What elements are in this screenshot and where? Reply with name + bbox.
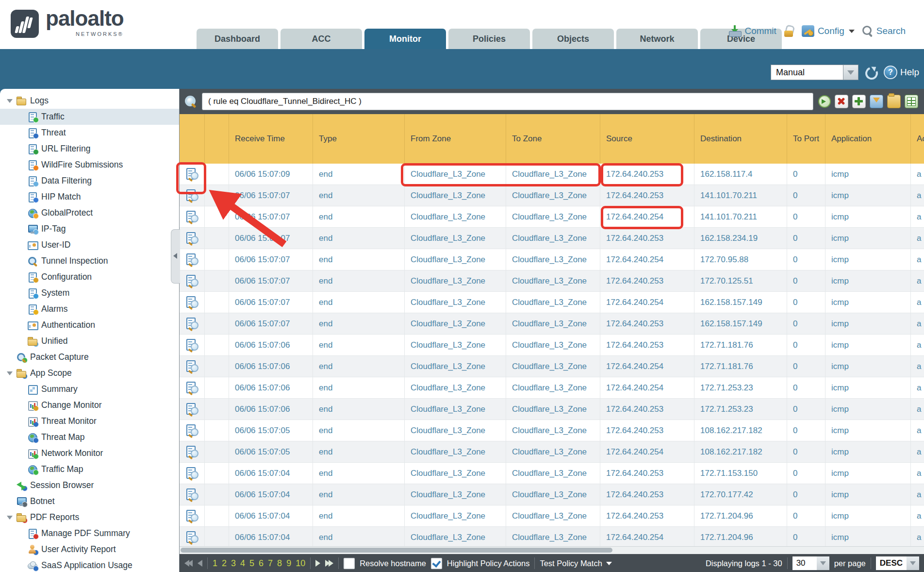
column-header-application[interactable]: Application [825, 114, 910, 164]
log-detail-icon[interactable] [186, 403, 198, 416]
cell-destination[interactable]: 141.101.70.211 [694, 206, 787, 228]
export-logs-button[interactable] [905, 95, 918, 108]
lock-icon[interactable] [784, 25, 794, 37]
cell-to-zone[interactable]: Cloudflare_L3_Zone [506, 505, 600, 527]
sidebar-item-url-filtering[interactable]: URL Filtering [0, 141, 179, 157]
table-row[interactable]: 06/06 15:07:07endCloudflare_L3_ZoneCloud… [180, 206, 924, 228]
page-number-1[interactable]: 1 [213, 558, 217, 569]
sidebar-item-threat-map[interactable]: Threat Map [0, 429, 179, 445]
per-page-select[interactable]: 30 [792, 556, 829, 570]
cell-from-zone[interactable]: Cloudflare_L3_Zone [404, 185, 506, 206]
cell-destination[interactable]: 141.101.70.211 [694, 185, 787, 206]
log-detail-icon[interactable] [186, 531, 198, 544]
log-detail-icon[interactable] [186, 424, 198, 437]
sidebar-item-ip-tag[interactable]: IP-Tag [0, 221, 179, 237]
cell-source[interactable]: 172.64.240.254 [600, 356, 694, 377]
sidebar-item-alarms[interactable]: Alarms [0, 301, 179, 317]
log-detail-icon[interactable] [186, 445, 198, 459]
cell-destination[interactable]: 108.162.217.182 [694, 420, 787, 441]
log-detail-icon[interactable] [186, 381, 198, 395]
log-detail-icon[interactable] [186, 253, 198, 267]
table-row[interactable]: 06/06 15:07:07endCloudflare_L3_ZoneCloud… [180, 228, 924, 249]
cell-destination[interactable]: 172.71.253.23 [694, 399, 787, 420]
column-header-destination[interactable]: Destination [694, 114, 787, 164]
cell-from-zone[interactable]: Cloudflare_L3_Zone [404, 527, 506, 546]
cell-source[interactable]: 172.64.240.253 [600, 484, 694, 505]
sidebar-item-data-filtering[interactable]: Data Filtering [0, 173, 179, 189]
cell-source[interactable]: 172.64.240.253 [600, 335, 694, 356]
tab-dashboard[interactable]: Dashboard [197, 29, 278, 49]
cell-from-zone[interactable]: Cloudflare_L3_Zone [404, 441, 506, 463]
cell-to-zone[interactable]: Cloudflare_L3_Zone [506, 356, 600, 377]
cell-source[interactable]: 172.64.240.253 [600, 313, 694, 335]
cell-application[interactable]: icmp [825, 185, 910, 206]
cell-source[interactable]: 172.64.240.254 [600, 292, 694, 313]
cell-application[interactable]: icmp [825, 377, 910, 399]
scrollbar-thumb[interactable] [181, 548, 612, 553]
page-number-7[interactable]: 7 [268, 558, 273, 569]
cell-from-zone[interactable]: Cloudflare_L3_Zone [404, 335, 506, 356]
cell-source[interactable]: 172.64.240.254 [600, 441, 694, 463]
cell-to-zone[interactable]: Cloudflare_L3_Zone [506, 270, 600, 292]
per-page-dropdown-button[interactable] [817, 556, 829, 570]
expand-triangle-icon[interactable] [7, 371, 13, 375]
cell-to-zone[interactable]: Cloudflare_L3_Zone [506, 399, 600, 420]
cell-from-zone[interactable]: Cloudflare_L3_Zone [404, 420, 506, 441]
cell-source[interactable]: 172.64.240.253 [600, 420, 694, 441]
cell-from-zone[interactable]: Cloudflare_L3_Zone [404, 377, 506, 399]
log-detail-icon[interactable] [186, 467, 198, 480]
sidebar-item-summary[interactable]: Summary [0, 381, 179, 397]
cell-destination[interactable]: 172.70.95.88 [694, 249, 787, 270]
cell-destination[interactable]: 162.158.157.149 [694, 292, 787, 313]
sidebar-item-globalprotect[interactable]: GlobalProtect [0, 205, 179, 221]
table-row[interactable]: 06/06 15:07:06endCloudflare_L3_ZoneCloud… [180, 335, 924, 356]
cell-source[interactable]: 172.64.240.253 [600, 185, 694, 206]
search-button[interactable]: Search [862, 26, 906, 36]
cell-application[interactable]: icmp [825, 206, 910, 228]
sidebar-item-network-monitor[interactable]: Network Monitor [0, 445, 179, 461]
cell-source[interactable]: 172.64.240.254 [600, 527, 694, 546]
cell-destination[interactable]: 162.158.157.149 [694, 313, 787, 335]
cell-destination[interactable]: 162.158.117.4 [694, 164, 787, 185]
cell-destination[interactable]: 172.71.181.76 [694, 356, 787, 377]
cell-to-zone[interactable]: Cloudflare_L3_Zone [506, 249, 600, 270]
cell-destination[interactable]: 172.71.253.23 [694, 377, 787, 399]
table-row[interactable]: 06/06 15:07:09endCloudflare_L3_ZoneCloud… [180, 164, 924, 185]
column-header-action[interactable]: Action [910, 114, 924, 164]
sidebar-item-session-browser[interactable]: Session Browser [0, 477, 179, 493]
table-row[interactable]: 06/06 15:07:07endCloudflare_L3_ZoneCloud… [180, 292, 924, 313]
sidebar-item-threat[interactable]: Threat [0, 125, 179, 141]
cell-to-zone[interactable]: Cloudflare_L3_Zone [506, 185, 600, 206]
cell-to-zone[interactable]: Cloudflare_L3_Zone [506, 335, 600, 356]
sidebar-item-user-activity-report[interactable]: User Activity Report [0, 541, 179, 557]
log-detail-icon[interactable] [186, 210, 198, 224]
cell-application[interactable]: icmp [825, 399, 910, 420]
sidebar-item-manage-pdf-summary[interactable]: Manage PDF Summary [0, 525, 179, 541]
sort-order-dropdown-button[interactable] [907, 556, 919, 570]
cell-from-zone[interactable]: Cloudflare_L3_Zone [404, 292, 506, 313]
sidebar-item-hip-match[interactable]: HIP Match [0, 189, 179, 205]
cell-source[interactable]: 172.64.240.254 [600, 249, 694, 270]
page-number-8[interactable]: 8 [277, 558, 282, 569]
cell-source[interactable]: 172.64.240.254 [600, 206, 694, 228]
prev-page-button[interactable] [198, 560, 202, 567]
cell-from-zone[interactable]: Cloudflare_L3_Zone [404, 228, 506, 249]
cell-from-zone[interactable]: Cloudflare_L3_Zone [404, 313, 506, 335]
page-number-2[interactable]: 2 [222, 558, 227, 569]
page-number-4[interactable]: 4 [240, 558, 245, 569]
sidebar-item-wildfire-submissions[interactable]: WildFire Submissions [0, 157, 179, 173]
cell-application[interactable]: icmp [825, 463, 910, 484]
cell-application[interactable]: icmp [825, 249, 910, 270]
config-menu-button[interactable]: Config [802, 25, 855, 37]
help-button[interactable]: ? Help [884, 66, 919, 79]
log-detail-icon[interactable] [186, 168, 198, 181]
table-row[interactable]: 06/06 15:07:06endCloudflare_L3_ZoneCloud… [180, 356, 924, 377]
table-row[interactable]: 06/06 15:07:07endCloudflare_L3_ZoneCloud… [180, 313, 924, 335]
cell-source[interactable]: 172.64.240.254 [600, 377, 694, 399]
table-row[interactable]: 06/06 15:07:04endCloudflare_L3_ZoneCloud… [180, 527, 924, 546]
log-detail-icon[interactable] [186, 488, 198, 502]
cell-destination[interactable]: 172.71.181.76 [694, 335, 787, 356]
cell-application[interactable]: icmp [825, 420, 910, 441]
refresh-icon[interactable] [864, 66, 878, 79]
cell-to-zone[interactable]: Cloudflare_L3_Zone [506, 441, 600, 463]
